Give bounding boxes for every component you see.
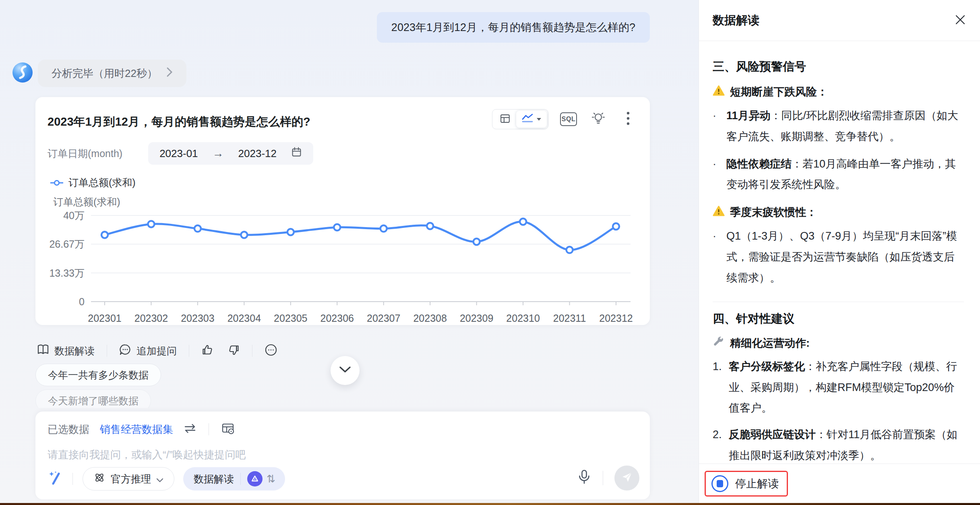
panel-body[interactable]: 三、风险预警信号 短期断崖下跌风险： · 11月异动：同比/环比剧烈收缩需排查原… <box>699 41 980 464</box>
divider <box>252 345 252 357</box>
composer-input[interactable]: 请直接向我提问，或输入“/”唤起快捷提问吧 <box>48 448 246 462</box>
insight-button[interactable] <box>589 110 608 129</box>
feedback-buttons <box>201 344 240 358</box>
scroll-to-bottom-button[interactable] <box>331 356 360 385</box>
svg-text:202305: 202305 <box>274 313 307 324</box>
analysis-status-pill[interactable]: 分析完毕（用时22秒） <box>38 60 186 87</box>
interpret-badge-icon <box>247 471 263 486</box>
chevron-down-icon <box>339 366 351 375</box>
legend-label: 订单总额(求和) <box>68 176 136 189</box>
date-range-arrow: → <box>213 147 224 160</box>
suggestion-text: 今年一共有多少条数据 <box>48 368 149 382</box>
advice-subhead-operations: 精细化运营动作: <box>713 336 964 351</box>
panel-header: 数据解读 <box>699 0 980 41</box>
chart-card-title: 2023年1月到12月，每月的销售额趋势是怎么样的? <box>48 114 310 130</box>
svg-text:40万: 40万 <box>63 210 85 221</box>
thumbs-up-icon[interactable] <box>201 344 213 358</box>
assistant-avatar <box>12 62 33 83</box>
trend-chart-svg: 40万26.67万13.33万0202301202302202303202304… <box>48 207 638 324</box>
trend-chart[interactable]: 40万26.67万13.33万0202301202302202303202304… <box>48 207 638 324</box>
date-filter-label: 订单日期(month) <box>48 147 122 160</box>
chevron-right-icon <box>166 67 173 80</box>
svg-text:202311: 202311 <box>553 313 586 324</box>
more-actions-icon[interactable] <box>265 344 277 358</box>
date-filter-row: 订单日期(month) 2023-01 → 2023-12 <box>48 142 313 165</box>
suggestion-pill[interactable]: 今年一共有多少条数据 <box>35 364 161 386</box>
bottom-edge-bar <box>0 503 980 505</box>
risk-bullet: · 隐性依赖症结：若10月高峰由单一客户推动，其变动将引发系统性风险。 <box>713 154 964 196</box>
divider <box>189 345 189 357</box>
y-axis-title: 订单总额(求和) <box>53 195 120 209</box>
suggestion-pill-clipped[interactable]: 今天新增了哪些数据 <box>35 389 151 408</box>
chevron-down-icon <box>156 473 163 485</box>
svg-text:202310: 202310 <box>506 313 540 324</box>
close-icon[interactable] <box>954 14 966 27</box>
date-start-value: 2023-01 <box>159 147 198 160</box>
message-actions: 数据解读 追加提问 <box>37 341 277 360</box>
user-message-text: 2023年1月到12月，每月的销售额趋势是怎么样的? <box>391 20 635 35</box>
section-risk-title: 三、风险预警信号 <box>713 59 964 75</box>
risk-bullet: · Q1（1-3月）、Q3（7-9月）均呈现“月末回落”模式，需验证是否为运营节… <box>713 226 964 288</box>
risk-warning-1: 短期断崖下跌风险： <box>713 85 964 99</box>
advice-item: 1. 客户分级标签化：补充客户属性字段（规模、行业、采购周期），构建RFM模型锁… <box>713 356 964 419</box>
more-options-button[interactable] <box>618 110 638 129</box>
svg-text:202307: 202307 <box>367 313 400 324</box>
svg-text:202309: 202309 <box>460 313 493 324</box>
follow-up-button[interactable]: 追加提问 <box>119 344 177 358</box>
chart-legend[interactable]: 订单总额(求和) <box>50 176 136 189</box>
thumbs-down-icon[interactable] <box>228 344 240 358</box>
legend-marker-icon <box>50 177 64 188</box>
follow-up-label: 追加提问 <box>136 344 177 358</box>
chat-bubble-icon <box>119 344 131 358</box>
composer-tools-right <box>577 466 639 491</box>
divider <box>240 473 241 485</box>
magic-wand-icon[interactable] <box>48 470 63 487</box>
stop-interpretation-button[interactable]: 停止解读 <box>711 475 779 492</box>
chevron-down-icon <box>536 116 542 123</box>
date-range-picker[interactable]: 2023-01 → 2023-12 <box>148 142 313 165</box>
stop-icon <box>711 475 728 492</box>
svg-text:0: 0 <box>79 296 85 307</box>
advice-item: 2. 反脆弱供应链设计：针对11月低谷前置预案（如推出限时返利政策对冲淡季）。 <box>713 424 964 464</box>
vertical-ellipsis-icon <box>626 111 630 127</box>
chat-main: 2023年1月到12月，每月的销售额趋势是怎么样的? 分析完毕（用时22秒） 2… <box>0 0 699 505</box>
line-chart-view-button[interactable] <box>516 111 547 128</box>
svg-text:202303: 202303 <box>181 313 214 324</box>
wrench-icon <box>713 336 725 351</box>
suggestion-text: 今天新增了哪些数据 <box>48 394 139 408</box>
swap-dataset-icon[interactable] <box>184 423 196 435</box>
composer-tools-left: 官方推理 数据解读 ⇅ <box>48 467 285 491</box>
paper-plane-icon <box>621 471 633 485</box>
microphone-icon[interactable] <box>577 469 591 487</box>
dataset-manage-icon[interactable] <box>221 422 235 437</box>
level-arrows-icon: ⇅ <box>267 473 275 485</box>
divider <box>72 473 73 485</box>
table-view-button[interactable] <box>494 111 516 128</box>
send-button[interactable] <box>614 466 639 491</box>
dataset-link[interactable]: 销售经营数据集 <box>100 422 173 437</box>
user-message-bubble: 2023年1月到12月，每月的销售额趋势是怎么样的? <box>377 12 650 43</box>
svg-text:202312: 202312 <box>599 313 633 324</box>
chart-result-card: 2023年1月到12月，每月的销售额趋势是怎么样的? SQL <box>35 97 650 325</box>
svg-text:202302: 202302 <box>134 313 168 324</box>
composer-placeholder: 请直接向我提问，或输入“/”唤起快捷提问吧 <box>48 449 246 461</box>
lightbulb-icon <box>590 110 606 128</box>
annotation-highlight-box: 停止解读 <box>705 471 788 497</box>
interpret-data-label: 数据解读 <box>54 344 95 358</box>
analysis-status-text: 分析完毕（用时22秒） <box>52 66 157 81</box>
sql-view-button[interactable]: SQL <box>559 110 578 129</box>
interpret-toggle[interactable]: 数据解读 ⇅ <box>183 467 285 491</box>
interpret-data-button[interactable]: 数据解读 <box>37 344 95 358</box>
risk-warning-2: 季度末疲软惯性： <box>713 205 964 219</box>
divider <box>209 423 209 435</box>
calendar-icon <box>291 147 302 160</box>
svg-text:202308: 202308 <box>413 313 447 324</box>
svg-text:202304: 202304 <box>227 313 261 324</box>
panel-title: 数据解读 <box>713 12 759 29</box>
chart-type-switcher <box>492 109 548 129</box>
svg-text:13.33万: 13.33万 <box>49 267 85 279</box>
model-selector[interactable]: 官方推理 <box>83 467 174 491</box>
svg-text:26.67万: 26.67万 <box>49 238 85 250</box>
svg-text:202306: 202306 <box>320 313 354 324</box>
interpretation-panel: 数据解读 三、风险预警信号 短期断崖下跌风险： · 11月异动：同比/环比剧烈收… <box>699 0 980 503</box>
